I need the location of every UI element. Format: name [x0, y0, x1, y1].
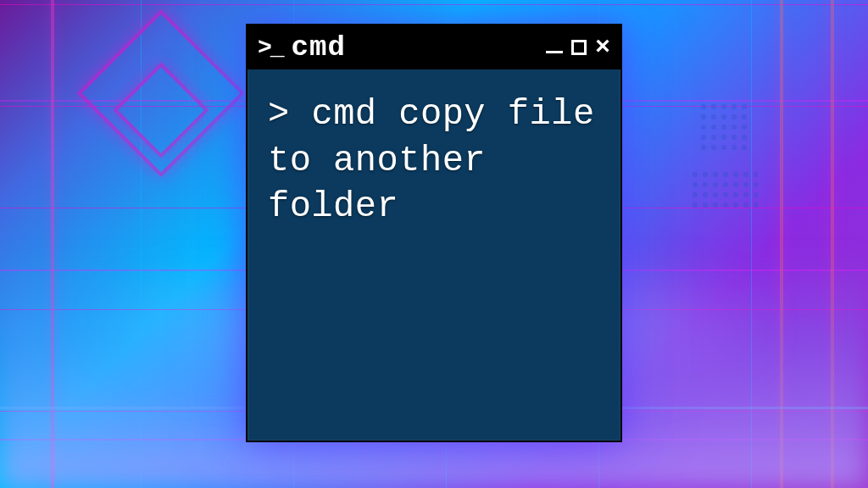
maximize-button[interactable]: [571, 40, 587, 55]
titlebar[interactable]: >_ cmd ×: [248, 25, 620, 69]
window-title: cmd: [292, 31, 537, 64]
terminal-icon: >_: [258, 35, 283, 61]
minimize-button[interactable]: [546, 51, 563, 53]
window-controls: ×: [546, 35, 610, 60]
prompt-symbol: >: [268, 94, 290, 135]
terminal-window[interactable]: >_ cmd × > cmd copy file to another fold…: [246, 24, 622, 442]
terminal-body[interactable]: > cmd copy file to another folder: [248, 69, 620, 252]
close-button[interactable]: ×: [595, 35, 610, 60]
command-text: cmd copy file to another folder: [268, 94, 595, 227]
